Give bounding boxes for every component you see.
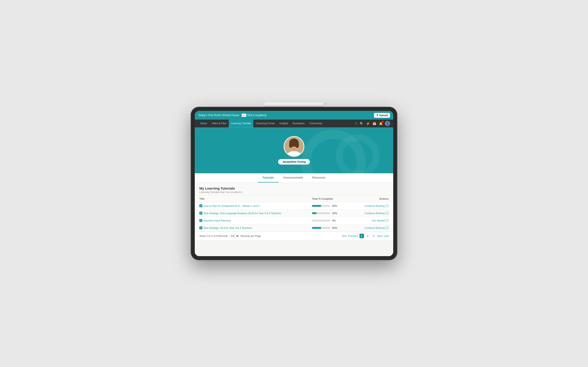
tutorial-title-link[interactable]: ☰ New Strategy: OLA for Year 3 & 4 Teach…	[199, 226, 303, 229]
next-page-link[interactable]: Next	[377, 234, 383, 237]
nav-exemplars[interactable]: Exemplars	[290, 120, 307, 127]
notification-badge: 🔔 7	[379, 121, 383, 126]
tutorial-title-text: Narrative Input Planning	[204, 219, 230, 222]
tutorial-title-link[interactable]: ☰ Narrative Input Planning	[199, 219, 303, 222]
page-3[interactable]: 3	[371, 234, 376, 238]
nola-icon: N	[242, 114, 246, 117]
tutorial-doc-icon: ☰	[199, 226, 202, 229]
top-bar-left: Today's One Room School House N NOLA Aca…	[198, 114, 266, 117]
tutorial-title-text: How to Plan for Designated ELD – Weeks 1…	[204, 205, 260, 207]
tablet-screen: Today's One Room School House N NOLA Aca…	[195, 111, 393, 256]
tab-tutorials[interactable]: Tutorials	[258, 173, 279, 183]
action-label: Continue Working	[365, 205, 385, 207]
tutorial-action-cell: Continue Working ›	[352, 202, 393, 209]
table-header-section: My Learning Tutorials Learning Tutorials…	[195, 183, 393, 196]
progress-bar-bg	[312, 205, 330, 207]
progress-bar-fill	[312, 227, 321, 229]
progress-cell-content: 0%	[312, 219, 348, 222]
previous-page-link[interactable]: Previous	[348, 234, 358, 237]
action-label: Get Started	[372, 219, 385, 222]
nav-video-files[interactable]: Video & Files	[209, 120, 229, 127]
records-per-page-select[interactable]: 4 ▾ 10 25	[229, 234, 239, 238]
tutorial-title-text: New Strategy: Oral Language Analysis (OL…	[204, 212, 281, 215]
tutorial-progress-cell: 0%	[307, 217, 352, 224]
nav-community[interactable]: Community	[307, 120, 324, 127]
action-circle-icon: ›	[386, 204, 389, 207]
top-bar: Today's One Room School House N NOLA Aca…	[195, 111, 393, 120]
hero-section: Jacqueline Asong	[195, 127, 393, 173]
lightning-icon-button[interactable]: ⚡	[366, 121, 370, 126]
tutorial-doc-icon: ☰	[199, 204, 202, 207]
content-area: My Learning Tutorials Learning Tutorials…	[195, 183, 393, 256]
calendar-icon-button[interactable]: 📅	[372, 121, 377, 126]
nav-insights[interactable]: Insights	[277, 120, 290, 127]
pagination-right: First Previous 1 2 3 Next Last	[342, 234, 389, 238]
tutorial-action-cell: Continue Working ›	[352, 209, 393, 217]
tablet-device: Today's One Room School House N NOLA Aca…	[191, 107, 397, 260]
tab-resources[interactable]: Resources	[308, 173, 330, 183]
col-actions: Actions	[352, 196, 393, 202]
progress-percentage: 50%	[332, 226, 339, 229]
tutorial-progress-cell: 50%	[307, 224, 352, 232]
action-label: Continue Working	[365, 226, 385, 229]
help-icon-button[interactable]: ?	[355, 121, 358, 126]
page-1[interactable]: 1	[359, 234, 364, 238]
svg-point-9	[289, 142, 293, 148]
tutorial-title-link[interactable]: ☰ How to Plan for Designated ELD – Weeks…	[199, 204, 303, 207]
nola-label: NOLA Academy	[247, 114, 267, 117]
table-row: ☰ New Strategy: OLA for Year 3 & 4 Teach…	[195, 224, 393, 232]
page-2[interactable]: 2	[366, 234, 370, 238]
action-link[interactable]: Continue Working ›	[357, 212, 389, 215]
progress-cell-content: 25%	[312, 212, 348, 215]
table-container: My Learning Tutorials Learning Tutorials…	[195, 183, 393, 240]
action-link[interactable]: Get Started ›	[357, 219, 389, 222]
nav-links: Home Video & Files Learning Tutorials Co…	[198, 120, 324, 127]
tutorial-action-cell: Continue Working ›	[352, 224, 393, 232]
show-records-text: Show 1 to 2 of 9 Records	[199, 234, 228, 237]
nav-learning-tutorials[interactable]: Learning Tutorials	[229, 120, 253, 127]
action-circle-icon: ›	[386, 212, 389, 215]
tutorial-progress-cell: 25%	[307, 209, 352, 217]
tutorials-table: Title Total % Complete Actions ☰ How to …	[195, 196, 393, 232]
table-title: My Learning Tutorials	[199, 186, 389, 190]
last-page-link[interactable]: Last	[384, 234, 389, 237]
progress-percentage: 50%	[332, 205, 339, 207]
progress-bar-fill	[312, 212, 316, 214]
records-per-page-label: Records per Page	[241, 234, 261, 237]
progress-bar-fill	[312, 205, 321, 207]
svg-point-10	[296, 142, 299, 148]
tutorial-title-text: New Strategy: OLA for Year 3 & 4 Teacher…	[204, 226, 252, 229]
col-progress: Total % Complete	[307, 196, 352, 202]
action-circle-icon: ›	[386, 219, 389, 222]
table-row: ☰ How to Plan for Designated ELD – Weeks…	[195, 202, 393, 209]
search-icon-button[interactable]: 🔍	[359, 121, 364, 126]
pagination-bar: Show 1 to 2 of 9 Records 4 ▾ 10 25 Recor…	[195, 232, 393, 240]
tutorial-title-cell: ☰ Narrative Input Planning	[195, 217, 307, 224]
upload-button[interactable]: ⬆ Upload	[374, 113, 390, 118]
nav-bar: Home Video & Files Learning Tutorials Co…	[195, 120, 393, 127]
stylus	[264, 103, 324, 106]
progress-cell-content: 50%	[312, 205, 348, 207]
progress-cell-content: 50%	[312, 226, 348, 229]
tutorial-doc-icon: ☰	[199, 219, 202, 222]
tutorial-title-link[interactable]: ☰ New Strategy: Oral Language Analysis (…	[199, 212, 303, 215]
user-avatar-button[interactable]: 👤	[385, 121, 390, 126]
action-circle-icon: ›	[386, 226, 389, 229]
tutorial-action-cell: Get Started ›	[352, 217, 393, 224]
col-title: Title	[195, 196, 307, 202]
nav-coaching-corner[interactable]: Coaching Corner	[253, 120, 277, 127]
progress-bar-bg	[312, 227, 330, 229]
action-link[interactable]: Continue Working ›	[357, 226, 389, 229]
profile-avatar-svg	[284, 136, 304, 157]
tutorial-doc-icon: ☰	[199, 212, 202, 215]
tutorial-title-cell: ☰ New Strategy: OLA for Year 3 & 4 Teach…	[195, 224, 307, 232]
nav-home[interactable]: Home	[198, 120, 209, 127]
table-row: ☰ New Strategy: Oral Language Analysis (…	[195, 209, 393, 217]
progress-percentage: 0%	[332, 219, 339, 222]
progress-percentage: 25%	[332, 212, 339, 215]
profile-name-tag: Jacqueline Asong	[278, 159, 310, 165]
action-link[interactable]: Continue Working ›	[357, 204, 389, 207]
tab-announcements[interactable]: Announcements	[279, 173, 308, 183]
tabs-bar: Tutorials Announcements Resources	[195, 173, 393, 183]
first-page-link[interactable]: First	[342, 234, 347, 237]
